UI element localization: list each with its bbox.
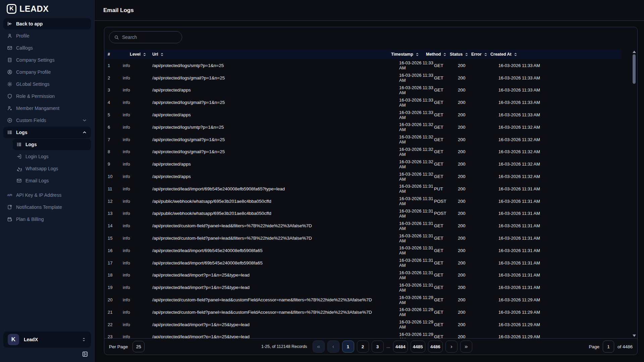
sidebar-item-label: Logs [16, 130, 27, 135]
next-page-button[interactable]: › [445, 341, 458, 353]
table-row: 21info/api/protected/custom-field?panel=… [104, 306, 629, 318]
column-header-error[interactable]: Error [471, 52, 490, 57]
cell-method: PUT [434, 186, 458, 191]
column-header-status[interactable]: Status [450, 52, 471, 57]
column-header-method[interactable]: Method [426, 52, 450, 57]
first-page-button[interactable]: « [313, 341, 325, 353]
sidebar-subitem-whatsapp-logs[interactable]: Whatsapp Logs [13, 163, 91, 174]
cell-level: info [123, 162, 152, 167]
sidebar-item-label: API Key & IP Address [16, 192, 61, 198]
last-page-button[interactable]: » [460, 341, 472, 353]
sidebar-subitem-email-logs[interactable]: Email Logs [13, 175, 91, 186]
cell-level: info [123, 211, 152, 216]
sidebar-item-company-profile[interactable]: Company Profile [3, 66, 91, 78]
cell-method: GET [434, 100, 458, 105]
prev-page-button[interactable]: ‹ [327, 341, 339, 353]
scrollbar-down-arrow[interactable] [633, 335, 636, 337]
sidebar-item-profile[interactable]: Profile [3, 30, 91, 42]
cell-number: 3 [104, 87, 123, 93]
cell-method: GET [434, 174, 458, 179]
user-gear-icon [7, 106, 12, 111]
table-header: #LevelUrlTimestampMethodStatusErrorCreat… [104, 49, 621, 59]
column-header-url[interactable]: Url [152, 52, 391, 57]
cell-status: 200 [458, 174, 479, 179]
scrollbar-up-arrow[interactable] [633, 51, 636, 53]
per-page-select[interactable]: 25 [132, 341, 145, 352]
sidebar-collapse-button[interactable] [82, 351, 88, 357]
cell-created-at: 16-03-2026 11:32 AM [498, 162, 629, 167]
sidebar-item-api-key-ip-address[interactable]: APIAPI Key & IP Address [3, 189, 91, 201]
cell-level: info [123, 174, 152, 179]
cell-level: info [123, 100, 152, 105]
cell-created-at: 16-03-2026 11:32 AM [498, 174, 629, 179]
cell-timestamp: 16-03-2026 11:29 AM [399, 295, 434, 305]
page-button-3[interactable]: 3 [372, 341, 384, 353]
page-number-input[interactable] [603, 341, 614, 353]
cell-level: info [123, 137, 152, 142]
cell-level: info [123, 334, 152, 338]
cell-level: info [123, 75, 152, 80]
cell-status: 200 [458, 63, 479, 68]
sidebar-item-label: Email Logs [25, 178, 49, 183]
column-header-number: # [104, 52, 123, 57]
whatsapp-icon [16, 166, 22, 171]
cell-created-at: 16-03-2026 11:33 AM [498, 63, 629, 68]
cell-status: 200 [458, 223, 479, 228]
sidebar-item-notifications-template[interactable]: Notifications Template [3, 201, 91, 213]
page-button-4486[interactable]: 4486 [428, 341, 443, 353]
cell-url: /api/protected/lead/import?p=1&n=25&type… [152, 322, 399, 327]
cell-url: /api/protected/logs/gmail?p=1&n=25 [152, 149, 399, 154]
page-button-4484[interactable]: 4484 [393, 341, 408, 353]
cell-number: 6 [104, 125, 123, 130]
sidebar-item-logs[interactable]: Logs [3, 127, 91, 138]
cell-created-at: 16-03-2026 11:31 AM [498, 186, 629, 191]
column-label: Created At [490, 52, 512, 57]
sidebar-subitem-login-logs[interactable]: Login Logs [13, 151, 91, 162]
table-row: 18info/api/protected/lead/import?p=1&n=2… [104, 269, 629, 282]
table-row: 10info/api/protected/apps16-03-2026 11:3… [104, 170, 629, 183]
page-button-4485[interactable]: 4485 [411, 341, 425, 353]
sidebar-item-label: Plan & Billing [16, 217, 44, 222]
scrollbar-thumb[interactable] [633, 54, 636, 84]
sidebar-item-label: Notifications Template [16, 204, 62, 210]
workspace-switcher[interactable]: K LeadX [3, 331, 91, 348]
cell-level: info [123, 87, 152, 93]
column-header-created-at[interactable]: Created At [490, 52, 621, 57]
cell-level: info [123, 260, 152, 265]
sort-icon [143, 52, 146, 57]
table-row: 22info/api/protected/lead/import?p=1&n=2… [104, 318, 629, 331]
cell-created-at: 16-03-2026 11:33 AM [498, 87, 629, 93]
search-input[interactable] [122, 35, 177, 40]
sidebar-item-plan-billing[interactable]: Plan & Billing [3, 214, 91, 225]
page-button-2[interactable]: 2 [357, 341, 369, 353]
column-header-timestamp[interactable]: Timestamp [391, 52, 426, 57]
sidebar-item-calllogs[interactable]: Calllogs [3, 42, 91, 54]
cell-url: /api/protected/lead/import/69b545e240008… [152, 260, 399, 265]
cell-created-at: 16-03-2026 11:29 AM [498, 334, 629, 338]
cell-number: 9 [104, 162, 123, 167]
cell-method: GET [434, 310, 458, 315]
mail-icon [16, 178, 22, 183]
table-row: 11info/api/protected/lead/import/69b545e… [104, 183, 629, 195]
cell-created-at: 16-03-2026 11:31 AM [498, 273, 629, 278]
search-box [109, 31, 182, 43]
column-header-level[interactable]: Level [123, 52, 152, 57]
cell-method: GET [434, 248, 458, 253]
sidebar-item-role-permission[interactable]: Role & Permission [3, 90, 91, 102]
cell-status: 200 [458, 248, 479, 253]
sidebar-item-company-settings[interactable]: Company Settings [3, 54, 91, 66]
chevron-up-down-icon [81, 337, 87, 342]
cell-status: 200 [458, 125, 479, 130]
cell-created-at: 16-03-2026 11:31 AM [498, 236, 629, 241]
page-button-1[interactable]: 1 [342, 341, 354, 353]
cell-created-at: 16-03-2026 11:31 AM [498, 260, 629, 265]
column-label: Timestamp [391, 52, 413, 57]
sidebar-item-back-to-app[interactable]: Back to app [3, 18, 91, 29]
sidebar-item-global-settings[interactable]: GLobal Settings [3, 78, 91, 90]
user-circle-icon [7, 69, 12, 75]
sidebar-item-custom-fields[interactable]: Custom Fields [3, 115, 91, 126]
cell-number: 7 [104, 137, 123, 142]
sidebar-item-member-mangament[interactable]: Member Mangament [3, 103, 91, 114]
cell-url: /api/public/webhook/whatsapp/695e3b201ae… [152, 199, 399, 204]
sidebar-subitem-logs[interactable]: Logs [13, 139, 91, 150]
